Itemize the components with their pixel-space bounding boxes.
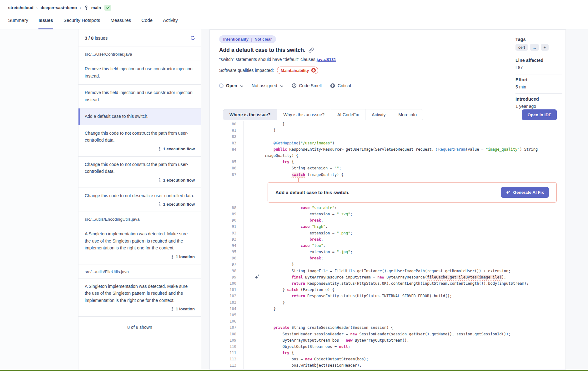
issues-count: 3 / 8 issues — [85, 36, 108, 41]
line-number[interactable]: 113 — [210, 363, 243, 368]
file-group-header[interactable]: src/.../utils/EncodingUtils.java — [78, 212, 201, 226]
issue-list-item[interactable]: Remove this field injection and use cons… — [78, 85, 201, 108]
page: stretchcloud › deeper-sast-demo › main S… — [0, 0, 588, 371]
issue-list-item[interactable]: Change this code to not construct the pa… — [78, 157, 201, 188]
file-group-header[interactable]: src/.../UserController.java — [78, 47, 201, 61]
issue-flow-link[interactable]: 1 execution flow — [85, 147, 195, 151]
issue-list-item[interactable]: Remove this field injection and use cons… — [78, 61, 201, 85]
issue-flow-link[interactable]: 1 execution flow — [85, 178, 195, 183]
line-number[interactable]: 108 — [210, 332, 243, 336]
line-number[interactable]: 85 — [210, 160, 243, 164]
line-number[interactable]: 110 — [210, 344, 243, 349]
line-number[interactable]: 89 — [210, 212, 243, 216]
rule-link[interactable]: java:S131 — [317, 57, 336, 62]
tab-security-hotspots[interactable]: Security Hotspots — [63, 12, 100, 29]
code-text: return ResponseEntity.status(HttpStatus.… — [243, 281, 529, 286]
code-text: oos.writeObject(sessionHeader); — [243, 363, 362, 368]
line-number[interactable]: 101 — [210, 288, 243, 292]
tab-issues[interactable]: Issues — [38, 12, 53, 29]
issue-list-item[interactable]: A Singleton implementation was detected.… — [78, 226, 201, 264]
issue-list-item[interactable]: Change this code to not deserialize user… — [78, 188, 201, 212]
issue-list-item-selected[interactable]: Add a default case to this switch. — [78, 108, 201, 125]
line-number[interactable]: 103 — [210, 300, 243, 305]
code-line: 103 } — [210, 299, 565, 306]
assignee-dropdown[interactable]: Not assigned — [252, 83, 283, 88]
line-number[interactable]: 86 — [210, 166, 243, 170]
issues-list-panel: 3 / 8 issues src/.../UserController.java… — [78, 29, 201, 370]
more-tags-button[interactable]: ... — [530, 44, 539, 51]
issue-flow-link[interactable]: 1 execution flow — [85, 202, 195, 207]
code-line: 89 extension = ".svg"; — [210, 211, 565, 217]
maintainability-pill[interactable]: Maintainability — [277, 67, 318, 74]
detail-tab-more-info[interactable]: More info — [392, 109, 423, 120]
line-number[interactable]: 100 — [210, 281, 243, 286]
tab-summary[interactable]: Summary — [8, 12, 28, 29]
tag-chips: cert...+ — [515, 44, 562, 51]
detail-tab-why-is-this-an-issue[interactable]: Why is this an issue? — [277, 109, 331, 120]
status-open-icon — [219, 83, 224, 88]
inline-issue-box: Add a default case to this switch. Gener… — [268, 182, 557, 203]
execution-flow-icon — [158, 202, 161, 207]
line-number[interactable]: 105 — [210, 313, 243, 317]
line-number[interactable]: 97 — [210, 262, 243, 267]
line-number[interactable]: 109 — [210, 338, 243, 343]
tab-activity[interactable]: Activity — [163, 12, 178, 29]
line-number[interactable]: 88 — [210, 206, 243, 210]
issue-list-item[interactable]: A Singleton implementation was detected.… — [78, 278, 201, 317]
code-text: ByteArrayOutputStream bos = new ByteArra… — [243, 338, 409, 343]
line-number[interactable]: 83 — [210, 141, 243, 145]
detail-tab-activity[interactable]: Activity — [365, 109, 392, 120]
refresh-icon[interactable] — [190, 35, 195, 41]
line-number[interactable]: 94 — [210, 243, 243, 248]
link-icon[interactable] — [309, 48, 314, 53]
line-number[interactable]: 93 — [210, 237, 243, 242]
line-number[interactable]: 90 — [210, 218, 243, 223]
line-number[interactable]: 98 — [210, 269, 243, 273]
breadcrumb-org[interactable]: stretchcloud — [8, 5, 33, 10]
code-line: 94 case "low": — [210, 243, 565, 249]
line-number[interactable]: 106 — [210, 319, 243, 323]
code-text: } — [243, 262, 294, 267]
add-tag-button[interactable]: + — [541, 44, 549, 51]
line-number[interactable]: 81 — [210, 128, 243, 133]
line-number[interactable]: 111 — [210, 351, 243, 355]
generate-ai-fix-button[interactable]: Generate AI Fix — [501, 187, 549, 198]
line-number[interactable]: 96 — [210, 256, 243, 260]
tab-measures[interactable]: Measures — [110, 12, 131, 29]
tab-code[interactable]: Code — [141, 12, 153, 29]
issue-list-item[interactable]: Change this code to not construct the pa… — [78, 125, 201, 157]
line-number[interactable]: 80 — [210, 122, 243, 126]
code-line: 81 } — [210, 127, 565, 133]
line-number[interactable]: 102 — [210, 294, 243, 298]
file-group-header[interactable]: src/.../utils/FileUtils.java — [78, 264, 201, 278]
status-dropdown[interactable]: Open — [219, 83, 243, 88]
detail-tab-where-is-the-issue[interactable]: Where is the issue? — [223, 109, 277, 120]
line-number[interactable]: 112 — [210, 357, 243, 361]
type-indicator: Code Smell — [292, 83, 322, 88]
issue-title-row: Add a default case to this switch. — [219, 47, 556, 53]
line-number[interactable]: 104 — [210, 307, 243, 311]
tag-chip[interactable]: cert — [515, 44, 528, 51]
line-number[interactable]: 99 — [210, 275, 243, 279]
execution-flow-icon — [158, 178, 161, 183]
line-number[interactable]: 107 — [210, 325, 243, 330]
code-line: 88 case "scalable": — [210, 205, 565, 211]
line-number[interactable]: 82 — [210, 134, 243, 139]
code-line: 107 private String createSessionHeader(S… — [210, 324, 565, 331]
line-number[interactable]: 91 — [210, 224, 243, 229]
issue-flow-link[interactable]: 1 location — [85, 307, 195, 311]
breadcrumb-project[interactable]: deeper-sast-demo — [41, 5, 77, 10]
issue-flow-link[interactable]: 1 location — [85, 254, 195, 259]
breadcrumb-branch[interactable]: main — [91, 5, 101, 10]
flow-location-marker[interactable]: 2 — [255, 275, 259, 279]
line-number[interactable]: 95 — [210, 250, 243, 254]
code-line: 86 String extension = ""; — [210, 165, 565, 171]
line-number[interactable]: 92 — [210, 231, 243, 235]
line-number[interactable]: 84 — [210, 147, 243, 152]
execution-flow-icon — [158, 147, 161, 151]
detail-tab-ai-codefix[interactable]: AI CodeFix — [331, 109, 365, 120]
code-text: extension = ".jpg"; — [243, 250, 353, 254]
code-text: break; — [243, 237, 323, 242]
category-label: Not clear — [254, 37, 272, 42]
line-number[interactable]: 87 — [210, 173, 243, 177]
